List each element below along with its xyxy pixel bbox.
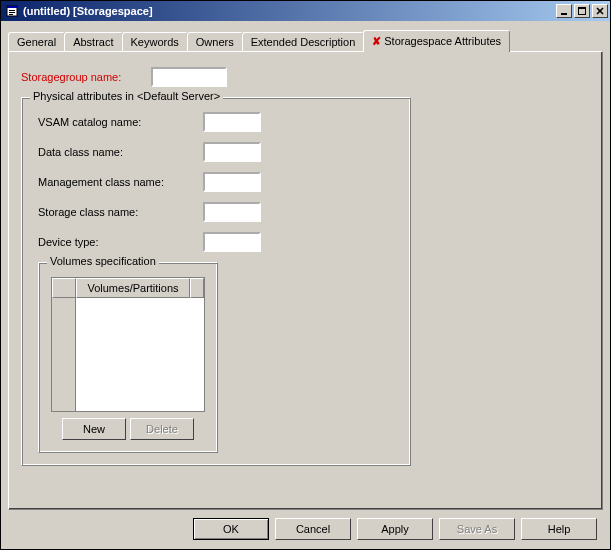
close-button[interactable] (592, 4, 608, 18)
dataclass-row: Data class name: (38, 142, 398, 162)
tab-label: Storagespace Attributes (384, 35, 501, 47)
devicetype-input[interactable] (203, 232, 261, 252)
saveas-button[interactable]: Save As (439, 518, 515, 540)
volumes-body (52, 298, 204, 411)
table-corner (52, 278, 76, 298)
new-button[interactable]: New (62, 418, 126, 440)
volumes-header-row: Volumes/Partitions (52, 278, 204, 298)
tabstrip: General Abstract Keywords Owners Extende… (8, 31, 603, 51)
help-label: Help (548, 523, 571, 535)
tab-panel: Storagegroup name: Physical attributes i… (8, 51, 603, 510)
tab-keywords[interactable]: Keywords (122, 32, 188, 51)
devicetype-row: Device type: (38, 232, 398, 252)
dataclass-input[interactable] (203, 142, 261, 162)
vsam-row: VSAM catalog name: (38, 112, 398, 132)
ok-label: OK (223, 523, 239, 535)
app-icon (5, 4, 19, 18)
volumes-column-header[interactable]: Volumes/Partitions (76, 278, 190, 298)
storagegroup-row: Storagegroup name: (21, 67, 590, 87)
tab-general[interactable]: General (8, 32, 65, 51)
storageclass-label: Storage class name: (38, 206, 203, 218)
tab-label: Keywords (131, 36, 179, 48)
new-button-label: New (83, 423, 105, 435)
delete-button[interactable]: Delete (130, 418, 194, 440)
titlebar-title: (untitled) [Storagespace] (23, 5, 554, 17)
tab-label: Abstract (73, 36, 113, 48)
help-button[interactable]: Help (521, 518, 597, 540)
tab-label: Owners (196, 36, 234, 48)
volumes-button-row: New Delete (51, 418, 205, 440)
volumes-group: Volumes specification Volumes/Partitions (38, 262, 218, 453)
cancel-button[interactable]: Cancel (275, 518, 351, 540)
vsam-label: VSAM catalog name: (38, 116, 203, 128)
titlebar: (untitled) [Storagespace] (1, 1, 610, 21)
volumes-column-label: Volumes/Partitions (87, 282, 178, 294)
tab-abstract[interactable]: Abstract (64, 32, 122, 51)
dataclass-label: Data class name: (38, 146, 203, 158)
mgmtclass-input[interactable] (203, 172, 261, 192)
tab-label: General (17, 36, 56, 48)
mgmtclass-row: Management class name: (38, 172, 398, 192)
svg-rect-7 (578, 7, 586, 9)
svg-rect-5 (561, 13, 567, 15)
maximize-button[interactable] (574, 4, 590, 18)
dialog-button-bar: OK Cancel Apply Save As Help (8, 510, 603, 542)
svg-rect-3 (9, 12, 15, 13)
volumes-row-header-gutter (52, 298, 76, 411)
storageclass-row: Storage class name: (38, 202, 398, 222)
error-icon: ✘ (372, 35, 381, 47)
physical-attributes-group: Physical attributes in <Default Server> … (21, 97, 411, 466)
tab-extended-description[interactable]: Extended Description (242, 32, 365, 51)
tab-storagespace-attributes[interactable]: ✘Storagespace Attributes (363, 30, 510, 52)
tab-owners[interactable]: Owners (187, 32, 243, 51)
storagegroup-label: Storagegroup name: (21, 71, 151, 83)
storagegroup-input[interactable] (151, 67, 227, 87)
client-area: General Abstract Keywords Owners Extende… (1, 21, 610, 549)
cancel-label: Cancel (296, 523, 330, 535)
tab-label: Extended Description (251, 36, 356, 48)
window-controls (554, 4, 608, 18)
physical-attributes-title: Physical attributes in <Default Server> (30, 90, 223, 102)
apply-label: Apply (381, 523, 409, 535)
ok-button[interactable]: OK (193, 518, 269, 540)
svg-rect-1 (7, 6, 17, 8)
vsam-input[interactable] (203, 112, 261, 132)
volumes-cells[interactable] (76, 298, 204, 411)
saveas-label: Save As (457, 523, 497, 535)
svg-rect-2 (9, 10, 15, 11)
volumes-title: Volumes specification (47, 255, 159, 267)
volumes-table[interactable]: Volumes/Partitions (51, 277, 205, 412)
dialog-window: (untitled) [Storagespace] General Abstra… (0, 0, 611, 550)
delete-button-label: Delete (146, 423, 178, 435)
mgmtclass-label: Management class name: (38, 176, 203, 188)
table-header-end (190, 278, 204, 298)
minimize-button[interactable] (556, 4, 572, 18)
svg-rect-4 (9, 14, 13, 15)
storageclass-input[interactable] (203, 202, 261, 222)
apply-button[interactable]: Apply (357, 518, 433, 540)
devicetype-label: Device type: (38, 236, 203, 248)
